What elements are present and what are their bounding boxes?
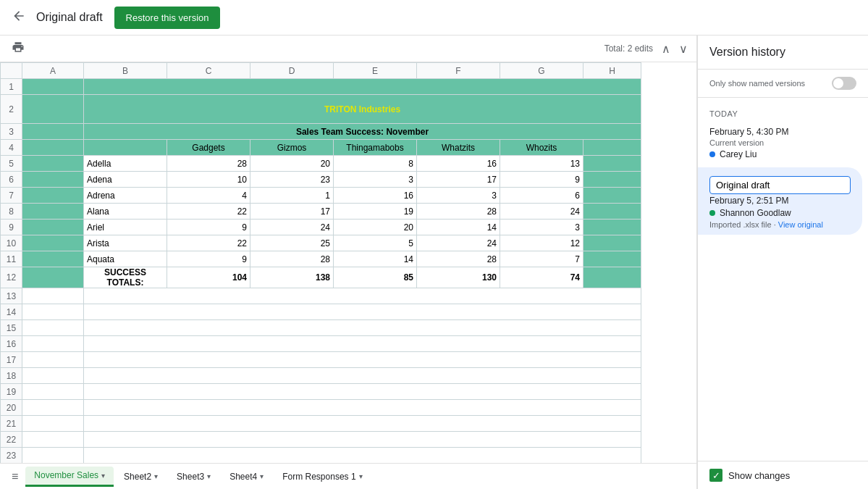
- grid-container[interactable]: A B C D E F G H 1: [0, 62, 696, 463]
- cell-thingamabobs-adena[interactable]: 3: [334, 172, 417, 188]
- table-row: 13: [1, 288, 641, 304]
- cell-name-adella[interactable]: Adella: [84, 156, 167, 172]
- cell-thingamabobs-ariel[interactable]: 20: [334, 220, 417, 235]
- doc-title: Original draft: [36, 11, 103, 24]
- cell-whatzits-ariel[interactable]: 14: [417, 220, 500, 235]
- named-versions-toggle[interactable]: [832, 77, 856, 90]
- cell-whozits-adena[interactable]: 9: [500, 172, 583, 188]
- cell-h6[interactable]: [583, 172, 641, 188]
- cell-gizmos-ariel[interactable]: 24: [250, 220, 334, 235]
- cell-name-alana[interactable]: Alana: [84, 204, 167, 220]
- cell-whatzits-adena[interactable]: 17: [417, 172, 500, 188]
- cell-gadgets-alana[interactable]: 22: [167, 204, 250, 220]
- cell-name-adena[interactable]: Adena: [84, 172, 167, 188]
- table-row: 3 Sales Team Success: November: [1, 124, 641, 140]
- cell-name-adrena[interactable]: Adrena: [84, 188, 167, 204]
- tab-sheet4[interactable]: Sheet4 ▾: [221, 467, 272, 487]
- cell-whozits-arista[interactable]: 12: [500, 235, 583, 251]
- tab-sheet2[interactable]: Sheet2 ▾: [115, 467, 167, 487]
- cell-thingamabobs-adrena[interactable]: 16: [334, 188, 417, 204]
- view-original-link[interactable]: View original: [778, 220, 823, 229]
- cell-h8[interactable]: [583, 204, 641, 220]
- cell-a8[interactable]: [22, 204, 84, 220]
- cell-a10[interactable]: [22, 235, 84, 251]
- cell-a9[interactable]: [22, 220, 84, 235]
- cell-a11[interactable]: [22, 251, 84, 267]
- nav-up-button[interactable]: ∧: [659, 41, 673, 57]
- cell-name-ariel[interactable]: Ariel: [84, 220, 167, 235]
- cell-thingamabobs-alana[interactable]: 19: [334, 204, 417, 220]
- cell-name-aquata[interactable]: Aquata: [84, 251, 167, 267]
- cell-a2[interactable]: [22, 95, 84, 124]
- row-num: 2: [1, 95, 22, 124]
- nav-arrows: ∧ ∨: [659, 41, 691, 57]
- tab-form-responses[interactable]: Form Responses 1 ▾: [274, 467, 371, 487]
- table-row: 23: [1, 448, 641, 464]
- col-header-g[interactable]: G: [500, 63, 583, 79]
- back-button[interactable]: [9, 6, 29, 30]
- version-meta: Imported .xlsx file · View original: [709, 220, 851, 229]
- cell-whozits-adrena[interactable]: 6: [500, 188, 583, 204]
- col-header-f[interactable]: F: [417, 63, 500, 79]
- cell-gizmos-arista[interactable]: 25: [250, 235, 334, 251]
- cell-a3[interactable]: [22, 124, 84, 140]
- cell-h10[interactable]: [583, 235, 641, 251]
- cell-h12[interactable]: [583, 267, 641, 288]
- col-header-b[interactable]: B: [84, 63, 167, 79]
- cell-thingamabobs-aquata[interactable]: 14: [334, 251, 417, 267]
- cell-h11[interactable]: [583, 251, 641, 267]
- cell-whatzits-arista[interactable]: 24: [417, 235, 500, 251]
- cell-whatzits-adella[interactable]: 16: [417, 156, 500, 172]
- cell-a12[interactable]: [22, 267, 84, 288]
- cell-whozits-adella[interactable]: 13: [500, 156, 583, 172]
- cell-a5[interactable]: [22, 156, 84, 172]
- col-header-d[interactable]: D: [250, 63, 334, 79]
- cell-gadgets-adena[interactable]: 10: [167, 172, 250, 188]
- version-item-current[interactable]: February 5, 4:30 PM Current version Care…: [698, 121, 868, 167]
- cell-whozits-ariel[interactable]: 3: [500, 220, 583, 235]
- cell-gizmos-adrena[interactable]: 1: [250, 188, 334, 204]
- cell-a7[interactable]: [22, 188, 84, 204]
- cell-whozits-alana[interactable]: 24: [500, 204, 583, 220]
- tab-november-sales[interactable]: November Sales ▾: [25, 467, 114, 487]
- cell-h4[interactable]: [583, 140, 641, 156]
- cell-gadgets-arista[interactable]: 22: [167, 235, 250, 251]
- sheet-menu-icon[interactable]: ≡: [6, 467, 24, 486]
- cell-totals-whozits: 74: [500, 267, 583, 288]
- cell-gadgets-adella[interactable]: 28: [167, 156, 250, 172]
- cell-h9[interactable]: [583, 220, 641, 235]
- spreadsheet-area: Total: 2 edits ∧ ∨: [0, 35, 697, 489]
- cell-gizmos-adella[interactable]: 20: [250, 156, 334, 172]
- cell-gadgets-ariel[interactable]: 9: [167, 220, 250, 235]
- show-changes-checkbox[interactable]: ✓: [709, 469, 722, 482]
- cell-gadgets-adrena[interactable]: 4: [167, 188, 250, 204]
- cell-gizmos-adena[interactable]: 23: [250, 172, 334, 188]
- cell-gizmos-aquata[interactable]: 28: [250, 251, 334, 267]
- cell-a1[interactable]: [22, 79, 84, 95]
- cell-h7[interactable]: [583, 188, 641, 204]
- col-header-h[interactable]: H: [583, 63, 641, 79]
- cell-whozits-aquata[interactable]: 7: [500, 251, 583, 267]
- cell-whatzits-alana[interactable]: 28: [417, 204, 500, 220]
- col-header-e[interactable]: E: [334, 63, 417, 79]
- spreadsheet-subtitle: Sales Team Success: November: [84, 124, 641, 140]
- cell-gadgets-aquata[interactable]: 9: [167, 251, 250, 267]
- cell-a4[interactable]: [22, 140, 84, 156]
- restore-button[interactable]: Restore this version: [114, 7, 221, 29]
- version-item-original[interactable]: February 5, 2:51 PM Shannon Goodlaw Impo…: [698, 167, 862, 235]
- nav-down-button[interactable]: ∨: [676, 41, 691, 57]
- cell-a6[interactable]: [22, 172, 84, 188]
- col-header-a[interactable]: A: [22, 63, 84, 79]
- version-name-input[interactable]: [709, 176, 851, 194]
- cell-whatzits-aquata[interactable]: 28: [417, 251, 500, 267]
- cell-name-arista[interactable]: Arista: [84, 235, 167, 251]
- cell-h5[interactable]: [583, 156, 641, 172]
- tab-sheet3[interactable]: Sheet3 ▾: [168, 467, 219, 487]
- cell-thingamabobs-adella[interactable]: 8: [334, 156, 417, 172]
- cell-gizmos-alana[interactable]: 17: [250, 204, 334, 220]
- cell-whatzits-adrena[interactable]: 3: [417, 188, 500, 204]
- col-header-c[interactable]: C: [167, 63, 250, 79]
- cell-b1[interactable]: [84, 79, 641, 95]
- cell-thingamabobs-arista[interactable]: 5: [334, 235, 417, 251]
- print-icon[interactable]: [6, 38, 30, 59]
